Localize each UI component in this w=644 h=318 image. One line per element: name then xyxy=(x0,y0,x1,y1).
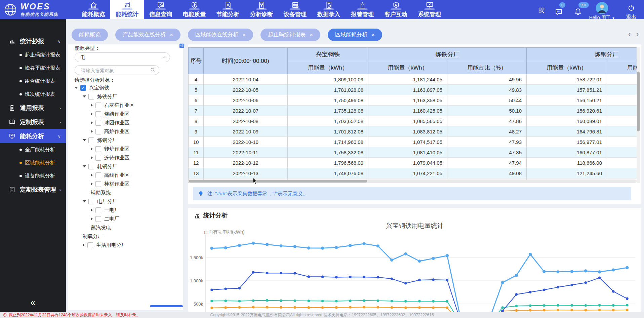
tree-node-烧结作业区[interactable]: 烧结作业区 xyxy=(73,110,181,118)
search-icon[interactable] xyxy=(150,67,155,73)
tree-node-石灰窑作业区[interactable]: 石灰窑作业区 xyxy=(73,101,181,110)
checkbox[interactable] xyxy=(87,242,93,248)
collapse-arrow-icon[interactable] xyxy=(91,104,93,107)
avatar[interactable] xyxy=(596,2,608,14)
tree-node-高炉作业区[interactable]: 高炉作业区 xyxy=(73,127,181,136)
tree-node-高线作业区[interactable]: 高线作业区 xyxy=(73,171,181,180)
collapse-arrow-icon[interactable] xyxy=(91,156,93,159)
expand-arrow-icon[interactable] xyxy=(83,95,86,97)
tab-scroll-left-icon[interactable]: ‹ xyxy=(628,31,631,38)
checkbox[interactable] xyxy=(88,137,94,143)
tree-node-炼钢分厂[interactable]: 炼钢分厂 xyxy=(73,136,181,145)
table-horizontal-scrollbar[interactable] xyxy=(188,180,637,183)
tree-node-球团作业区[interactable]: 球团作业区 xyxy=(73,118,181,127)
sidebar-item-区域能耗分析[interactable]: 区域能耗分析 xyxy=(0,156,66,169)
tree-node-轧钢分厂[interactable]: 轧钢分厂 xyxy=(73,162,181,171)
expand-arrow-icon[interactable] xyxy=(75,87,78,89)
nav-item-doc-search[interactable]: 节能分析 xyxy=(211,0,245,19)
nav-item-doc-pen[interactable]: 数据录入 xyxy=(312,0,346,19)
sidebar-item-设备能耗分析[interactable]: 设备能耗分析 xyxy=(0,169,66,183)
collapse-arrow-icon[interactable] xyxy=(91,147,93,151)
nav-item-shield-bolt[interactable]: 电能质量 xyxy=(177,0,211,19)
tree-node-棒材作业区[interactable]: 棒材作业区 xyxy=(73,180,181,188)
nav-item-alarm[interactable]: 报警管理 xyxy=(346,0,379,19)
checkbox[interactable] xyxy=(95,216,101,222)
collapse-arrow-icon[interactable] xyxy=(91,173,93,177)
tab-产品能效在线分析[interactable]: 产品能效在线分析✕ xyxy=(115,29,180,41)
nav-item-home[interactable]: 能耗概览 xyxy=(77,0,110,19)
group-header-link[interactable]: 炼铁分厂 xyxy=(435,51,459,58)
checkbox[interactable] xyxy=(88,199,94,204)
tree-horizontal-scrollbar[interactable] xyxy=(150,305,183,307)
collapse-arrow-icon[interactable] xyxy=(91,121,93,124)
collapse-arrow-icon[interactable] xyxy=(91,208,93,212)
group-header-link[interactable]: 兴宝钢铁 xyxy=(316,51,340,58)
tab-scroll-right-icon[interactable]: › xyxy=(636,31,639,38)
checkbox[interactable] xyxy=(95,111,101,117)
tree-node-兴宝钢铁[interactable]: ✓兴宝钢铁 xyxy=(73,83,181,92)
checkbox[interactable]: ✓ xyxy=(80,85,86,91)
sidebar-collapse-button[interactable]: « xyxy=(0,298,66,307)
tab-区域能耗分析[interactable]: 区域能耗分析✕ xyxy=(328,29,382,41)
nav-item-monitor-gear[interactable]: 系统管理 xyxy=(413,0,446,19)
checkbox[interactable] xyxy=(95,120,101,126)
sidebar-item-全厂能耗分析[interactable]: 全厂能耗分析 xyxy=(0,143,66,156)
checkbox[interactable] xyxy=(88,164,94,169)
tree-node-蒸汽发电[interactable]: 蒸汽发电 xyxy=(73,223,181,232)
expand-arrow-icon[interactable] xyxy=(83,139,86,141)
tree-node-二电厂[interactable]: 二电厂 xyxy=(73,214,181,223)
nav-item-hex-gear[interactable]: 客户互动 xyxy=(379,0,413,19)
checkbox[interactable] xyxy=(95,207,101,213)
tree-node-生活用电分厂[interactable]: 生活用电分厂 xyxy=(73,241,181,249)
sidebar-group-通用报表[interactable]: 通用报表› xyxy=(0,101,66,115)
nav-item-doc-diagnose[interactable]: 分析诊断 xyxy=(245,0,278,19)
table-vertical-scrollbar[interactable] xyxy=(637,47,640,183)
sidebar-group-统计抄报[interactable]: 统计抄报∨ xyxy=(0,34,66,48)
tab-起止码统计报表[interactable]: 起止码统计报表✕ xyxy=(260,29,320,41)
tree-node-制氧分厂[interactable]: 制氧分厂 xyxy=(73,232,181,241)
tree-node-电厂分厂[interactable]: 电厂分厂 xyxy=(73,197,181,206)
tree-node-连铸作业区[interactable]: 连铸作业区 xyxy=(73,153,181,162)
tree-node-炼铁分厂[interactable]: 炼铁分厂 xyxy=(73,92,181,101)
energy-type-select[interactable]: 电 xyxy=(75,52,170,62)
scrollbar-thumb[interactable] xyxy=(637,72,640,131)
checkbox[interactable] xyxy=(95,103,101,108)
group-header-link[interactable]: 炼钢分厂 xyxy=(595,51,619,58)
checkbox[interactable] xyxy=(95,172,101,178)
sidebar-group-定制报表[interactable]: 定制报表› xyxy=(0,115,66,129)
nav-item-server-gear[interactable]: 设备管理 xyxy=(278,0,312,19)
search-input[interactable] xyxy=(80,66,149,75)
sidebar-item-峰谷平统计报表[interactable]: 峰谷平统计报表 xyxy=(0,62,66,75)
nav-item-bubble-search[interactable]: 信息查询 xyxy=(144,0,177,19)
tab-区域能效在线分析[interactable]: 区域能效在线分析✕ xyxy=(188,29,253,41)
expand-arrow-icon[interactable] xyxy=(83,200,86,202)
sidebar-item-起止码统计报表[interactable]: 起止码统计报表 xyxy=(0,48,66,62)
checkbox[interactable] xyxy=(95,129,101,134)
scrollbar-thumb[interactable] xyxy=(189,180,367,183)
checkbox[interactable] xyxy=(88,94,94,100)
collapse-arrow-icon[interactable] xyxy=(91,182,93,186)
sidebar-item-班次统计报表[interactable]: 班次统计报表 xyxy=(0,88,66,101)
bell-icon[interactable] xyxy=(574,7,582,16)
close-icon[interactable]: ✕ xyxy=(170,33,173,37)
sidebar-group-能耗分析[interactable]: 能耗分析∨ xyxy=(0,129,66,143)
collapse-arrow-icon[interactable] xyxy=(91,112,93,116)
collapse-arrow-icon[interactable] xyxy=(91,130,93,133)
user-menu[interactable]: Hello,周工▼ xyxy=(581,15,622,21)
tree-node-转炉作业区[interactable]: 转炉作业区 xyxy=(73,145,181,153)
qr-code-icon[interactable] xyxy=(538,7,545,14)
power-icon[interactable] xyxy=(627,4,635,12)
logout-button[interactable]: 退出 xyxy=(622,14,641,20)
sidebar-group-定期报表管理[interactable]: 定期报表管理› xyxy=(0,183,66,197)
checkbox[interactable] xyxy=(95,146,101,152)
close-icon[interactable]: ✕ xyxy=(310,33,313,37)
checkbox[interactable] xyxy=(95,181,101,187)
checkbox[interactable] xyxy=(95,155,101,161)
sidebar-item-组合统计报表[interactable]: 组合统计报表 xyxy=(0,75,66,88)
nav-item-stats-chart[interactable]: 能耗统计 xyxy=(110,0,144,19)
close-icon[interactable]: ✕ xyxy=(242,33,246,37)
message-icon[interactable] xyxy=(555,8,563,16)
close-icon[interactable]: ✕ xyxy=(371,33,375,37)
panel-collapse-icon[interactable] xyxy=(179,43,185,49)
collapse-arrow-icon[interactable] xyxy=(83,243,85,247)
